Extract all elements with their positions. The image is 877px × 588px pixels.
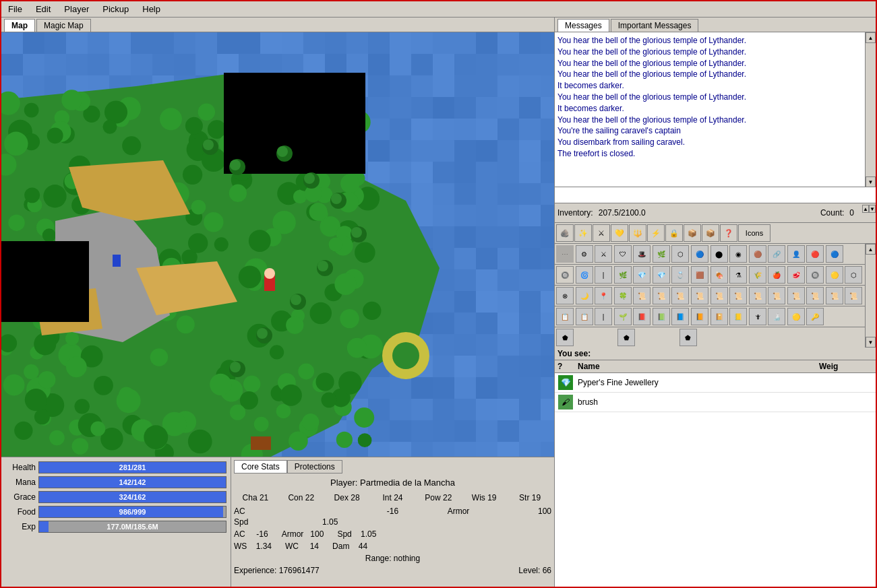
- inv-cell[interactable]: 🔘: [806, 266, 824, 284]
- inv-cell[interactable]: 🍀: [614, 287, 632, 304]
- inv-cell[interactable]: 🔑: [806, 308, 824, 325]
- inv-scroll-down[interactable]: ▼: [869, 205, 876, 213]
- menu-file[interactable]: File: [4, 3, 26, 15]
- inv-cell[interactable]: 🔵: [826, 245, 843, 263]
- inv-cell[interactable]: 📋: [556, 308, 574, 325]
- inv-cell[interactable]: 📜: [826, 287, 843, 304]
- inv-cell[interactable]: 🌿: [614, 266, 632, 284]
- inv-cell[interactable]: 🎩: [633, 245, 651, 263]
- inv-btn-9[interactable]: 📦: [702, 224, 719, 242]
- inv-cell[interactable]: 📜: [845, 287, 862, 304]
- tab-messages[interactable]: Messages: [557, 19, 609, 32]
- inv-btn-1[interactable]: 🪨: [556, 224, 574, 242]
- menu-player[interactable]: Player: [60, 3, 93, 15]
- inv-cell[interactable]: 📜: [768, 287, 785, 304]
- menu-edit[interactable]: Edit: [32, 3, 55, 15]
- inv-cell[interactable]: 📜: [806, 287, 824, 304]
- inv-cell[interactable]: 🔘: [556, 266, 574, 284]
- scroll-up-arrow[interactable]: ▲: [866, 32, 876, 43]
- inv-btn-icons[interactable]: Icons: [738, 224, 770, 242]
- inv-cell[interactable]: 📍: [595, 287, 612, 304]
- menu-pickup[interactable]: Pickup: [98, 3, 133, 15]
- inv-scrollbar-up[interactable]: ▲: [866, 244, 876, 255]
- inv-btn-3[interactable]: ⚔: [593, 224, 610, 242]
- inv-cell[interactable]: 📗: [653, 308, 670, 325]
- inv-cell[interactable]: ⊗: [556, 287, 574, 304]
- inv-cell[interactable]: 🌿: [653, 245, 670, 263]
- inv-cell[interactable]: ⬡: [671, 245, 689, 263]
- inv-cell[interactable]: 🍶: [768, 308, 785, 325]
- inv-cell[interactable]: 🟫: [691, 266, 708, 284]
- inv-cell[interactable]: 🍎: [768, 266, 785, 284]
- inv-cell[interactable]: 🔴: [806, 245, 824, 263]
- inv-cell[interactable]: 🛡: [614, 245, 632, 263]
- inv-btn-6[interactable]: ⚡: [647, 224, 665, 242]
- inv-cell[interactable]: 💎: [633, 266, 651, 284]
- messages-content[interactable]: You hear the bell of the glorious temple…: [555, 32, 865, 187]
- inventory-scrollbar[interactable]: ▲ ▼: [865, 244, 876, 348]
- inv-scrollbar-down[interactable]: ▼: [866, 337, 876, 348]
- tab-map[interactable]: Map: [4, 19, 35, 32]
- inv-cell[interactable]: 🔵: [691, 245, 708, 263]
- inv-cell[interactable]: 📙: [691, 308, 708, 325]
- inv-cell[interactable]: ⬟: [679, 329, 697, 346]
- see-item-jewellery[interactable]: 💎 Pyper's Fine Jewellery: [555, 373, 876, 393]
- inv-cell[interactable]: 📜: [710, 287, 728, 304]
- inv-scroll-up[interactable]: ▲: [862, 205, 869, 213]
- tab-protections[interactable]: Protections: [287, 460, 342, 473]
- inv-btn-4[interactable]: 💛: [611, 224, 628, 242]
- inv-cell[interactable]: 🌾: [749, 266, 766, 284]
- inv-cell[interactable]: 🌀: [576, 266, 593, 284]
- inv-cell[interactable]: 📕: [633, 308, 651, 325]
- messages-scrollbar[interactable]: ▲ ▼: [865, 32, 876, 187]
- inv-cell[interactable]: ⬡: [845, 266, 862, 284]
- inv-cell[interactable]: 💍: [671, 266, 689, 284]
- inv-cell[interactable]: 🟤: [749, 245, 766, 263]
- inv-cell[interactable]: |: [595, 266, 612, 284]
- inv-cell[interactable]: ◉: [729, 245, 747, 263]
- tab-magic-map[interactable]: Magic Map: [36, 19, 91, 32]
- inv-cell[interactable]: 📋: [576, 308, 593, 325]
- inv-btn-2[interactable]: ✨: [574, 224, 592, 242]
- inv-cell[interactable]: ⚔: [595, 245, 612, 263]
- inv-cell[interactable]: 👤: [787, 245, 805, 263]
- game-map[interactable]: [1, 32, 554, 457]
- inv-cell[interactable]: |: [595, 308, 612, 325]
- tab-important-messages[interactable]: Important Messages: [611, 19, 699, 32]
- inv-cell[interactable]: 📒: [729, 308, 747, 325]
- inv-btn-8[interactable]: 📦: [684, 224, 701, 242]
- inv-cell[interactable]: 📘: [671, 308, 689, 325]
- scroll-down-arrow[interactable]: ▼: [866, 176, 876, 187]
- inv-cell[interactable]: 📔: [710, 308, 728, 325]
- inv-btn-5[interactable]: 🔱: [629, 224, 646, 242]
- inv-cell[interactable]: 🔗: [768, 245, 785, 263]
- inv-btn-10[interactable]: ❓: [720, 224, 737, 242]
- inv-cell[interactable]: ⚙: [576, 245, 593, 263]
- inv-cell[interactable]: 🥩: [787, 266, 805, 284]
- inv-cell[interactable]: 🌙: [576, 287, 593, 304]
- inv-cell[interactable]: 📜: [729, 287, 747, 304]
- inv-cell[interactable]: 📜: [787, 287, 805, 304]
- inv-cell[interactable]: 🌱: [614, 308, 632, 325]
- inv-cell[interactable]: 📜: [749, 287, 766, 304]
- message-input[interactable]: [555, 187, 876, 203]
- menu-help[interactable]: Help: [138, 3, 164, 15]
- inv-cell[interactable]: 📜: [653, 287, 670, 304]
- inv-cell[interactable]: ⬤: [710, 245, 728, 263]
- inv-cell[interactable]: 💎: [653, 266, 670, 284]
- inv-cell[interactable]: 🟡: [826, 266, 843, 284]
- inv-cell[interactable]: ⚗: [729, 266, 747, 284]
- inv-cell[interactable]: ⋯: [556, 245, 574, 263]
- inv-cell[interactable]: 📜: [633, 287, 651, 304]
- inv-cell[interactable]: 🗡: [749, 308, 766, 325]
- inv-cell[interactable]: 🟡: [787, 308, 805, 325]
- inv-cell[interactable]: 🍖: [710, 266, 728, 284]
- inv-btn-7[interactable]: 🔒: [665, 224, 683, 242]
- inv-cell[interactable]: ⬟: [556, 329, 574, 346]
- inv-header-scroll[interactable]: ▲ ▼: [862, 205, 873, 221]
- inv-cell[interactable]: 📜: [671, 287, 689, 304]
- see-item-brush[interactable]: 🖌 brush: [555, 393, 876, 412]
- tab-core-stats[interactable]: Core Stats: [234, 460, 287, 473]
- inv-cell[interactable]: ⬟: [617, 329, 635, 346]
- inv-cell[interactable]: 📜: [691, 287, 708, 304]
